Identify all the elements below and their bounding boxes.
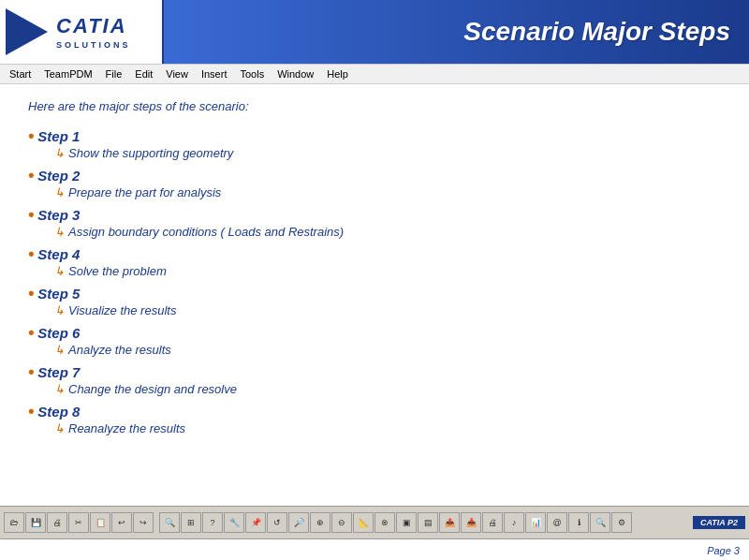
- bullet-icon-8: •: [28, 402, 34, 421]
- step-sub-1: ↳ Show the supporting geometry: [54, 146, 721, 160]
- tb-copy[interactable]: 📋: [90, 512, 110, 533]
- tb-grid[interactable]: ⊞: [181, 512, 201, 533]
- menu-window[interactable]: Window: [272, 66, 319, 81]
- step-block-8: • Step 8 ↳ Reanalyze the results: [28, 402, 721, 435]
- step-desc-2: Prepare the part for analysis: [68, 185, 221, 199]
- step-label-1: Step 1: [37, 128, 80, 144]
- menu-view[interactable]: View: [160, 66, 194, 81]
- tb-print[interactable]: 🖨: [47, 512, 67, 533]
- arrow-icon-1: ↳: [54, 146, 65, 160]
- bullet-icon-5: •: [28, 284, 34, 303]
- tb-rotate[interactable]: ↺: [267, 512, 287, 533]
- step-desc-4: Solve the problem: [68, 264, 167, 278]
- menubar: Start TeamPDM File Edit View Insert Tool…: [0, 64, 749, 84]
- step-label-4: Step 4: [37, 246, 80, 262]
- steps-list: • Step 1 ↳ Show the supporting geometry …: [28, 126, 721, 435]
- tb-web[interactable]: @: [547, 512, 567, 533]
- step-block-4: • Step 4 ↳ Solve the problem: [28, 244, 721, 278]
- tb-settings[interactable]: ⚙: [611, 512, 632, 533]
- tb-find[interactable]: 🔍: [590, 512, 610, 533]
- step-label-3: Step 3: [37, 207, 80, 223]
- step-title-1: • Step 1: [28, 126, 721, 146]
- step-sub-4: ↳ Solve the problem: [54, 264, 721, 278]
- header: CATIA SOLUTIONS Scenario Major Steps: [0, 0, 749, 64]
- tb-zoom[interactable]: 🔍: [159, 512, 180, 533]
- tb-redo[interactable]: ↪: [133, 512, 154, 533]
- bullet-icon-7: •: [28, 362, 34, 382]
- step-label-6: Step 6: [37, 325, 80, 341]
- step-label-8: Step 8: [37, 404, 80, 420]
- tb-info[interactable]: ℹ: [568, 512, 589, 533]
- step-desc-7: Change the design and resolve: [68, 382, 237, 396]
- step-label-7: Step 7: [37, 364, 80, 380]
- step-title-6: • Step 6: [28, 323, 721, 343]
- logo-text-box: CATIA SOLUTIONS: [56, 14, 131, 50]
- tb-snap[interactable]: ⊗: [374, 512, 395, 533]
- step-sub-2: ↳ Prepare the part for analysis: [54, 185, 721, 199]
- tb-chart[interactable]: 📊: [525, 512, 546, 533]
- step-desc-8: Reanalyze the results: [68, 421, 185, 435]
- tb-audio[interactable]: ♪: [504, 512, 524, 533]
- arrow-icon-6: ↳: [54, 343, 65, 357]
- tb-open[interactable]: 🗁: [4, 512, 24, 533]
- bullet-icon-2: •: [28, 166, 34, 185]
- tb-import[interactable]: 📥: [461, 512, 481, 533]
- menu-file[interactable]: File: [100, 66, 128, 81]
- arrow-icon-8: ↳: [54, 421, 65, 435]
- tb-view1[interactable]: ▣: [396, 512, 417, 533]
- tb-measure[interactable]: 📐: [353, 512, 374, 533]
- solutions-logo-text: SOLUTIONS: [56, 40, 131, 50]
- step-block-6: • Step 6 ↳ Analyze the results: [28, 323, 721, 357]
- step-desc-1: Show the supporting geometry: [68, 146, 233, 160]
- menu-edit[interactable]: Edit: [129, 66, 158, 81]
- step-block-7: • Step 7 ↳ Change the design and resolve: [28, 362, 721, 396]
- menu-tools[interactable]: Tools: [234, 66, 270, 81]
- step-block-3: • Step 3 ↳ Assign boundary conditions ( …: [28, 205, 721, 239]
- tb-view2[interactable]: ▤: [418, 512, 438, 533]
- logo-wrapper: CATIA SOLUTIONS: [6, 8, 131, 55]
- menu-insert[interactable]: Insert: [196, 66, 233, 81]
- menu-teampdm[interactable]: TeamPDM: [38, 66, 97, 81]
- header-title-area: Scenario Major Steps: [164, 0, 749, 64]
- tb-print2[interactable]: 🖨: [482, 512, 503, 533]
- tb-zoom3[interactable]: ⊖: [331, 512, 352, 533]
- intro-text: Here are the major steps of the scenario…: [28, 99, 721, 113]
- bullet-icon-3: •: [28, 205, 34, 225]
- bullet-icon-6: •: [28, 323, 34, 343]
- tb-save[interactable]: 💾: [25, 512, 46, 533]
- step-title-3: • Step 3: [28, 205, 721, 225]
- bullet-icon-4: •: [28, 244, 34, 264]
- tb-cut[interactable]: ✂: [68, 512, 89, 533]
- menu-start[interactable]: Start: [4, 66, 37, 81]
- tb-tool1[interactable]: 🔧: [224, 512, 244, 533]
- step-title-8: • Step 8: [28, 402, 721, 421]
- menu-help[interactable]: Help: [321, 66, 354, 81]
- step-desc-5: Visualize the results: [68, 303, 176, 317]
- catia-logo-text: CATIA: [56, 14, 127, 38]
- step-sub-6: ↳ Analyze the results: [54, 343, 721, 357]
- tb-pin[interactable]: 📌: [245, 512, 266, 533]
- tb-export[interactable]: 📤: [439, 512, 460, 533]
- step-block-5: • Step 5 ↳ Visualize the results: [28, 284, 721, 317]
- step-block-2: • Step 2 ↳ Prepare the part for analysis: [28, 166, 721, 199]
- tb-undo[interactable]: ↩: [111, 512, 132, 533]
- step-label-2: Step 2: [37, 168, 80, 184]
- catia-brand-toolbar: CATIA P2: [693, 516, 745, 529]
- step-title-2: • Step 2: [28, 166, 721, 185]
- step-title-4: • Step 4: [28, 244, 721, 264]
- page-title: Scenario Major Steps: [463, 17, 730, 47]
- catia-brand-text: CATIA P2: [700, 518, 738, 527]
- tb-help2[interactable]: ?: [202, 512, 223, 533]
- tb-zoom2[interactable]: ⊕: [310, 512, 330, 533]
- svg-marker-0: [6, 8, 48, 55]
- arrow-icon-4: ↳: [54, 264, 65, 278]
- step-sub-8: ↳ Reanalyze the results: [54, 421, 721, 435]
- step-sub-5: ↳ Visualize the results: [54, 303, 721, 317]
- arrow-icon-3: ↳: [54, 225, 65, 239]
- content-area: Here are the major steps of the scenario…: [0, 84, 749, 456]
- tb-search[interactable]: 🔎: [288, 512, 309, 533]
- bottom-toolbar: 🗁 💾 🖨 ✂ 📋 ↩ ↪ 🔍 ⊞ ? 🔧 📌 ↺ 🔎 ⊕ ⊖ 📐 ⊗ ▣ ▤ …: [0, 506, 749, 539]
- step-desc-6: Analyze the results: [68, 343, 171, 357]
- step-label-5: Step 5: [37, 286, 80, 302]
- step-title-7: • Step 7: [28, 362, 721, 382]
